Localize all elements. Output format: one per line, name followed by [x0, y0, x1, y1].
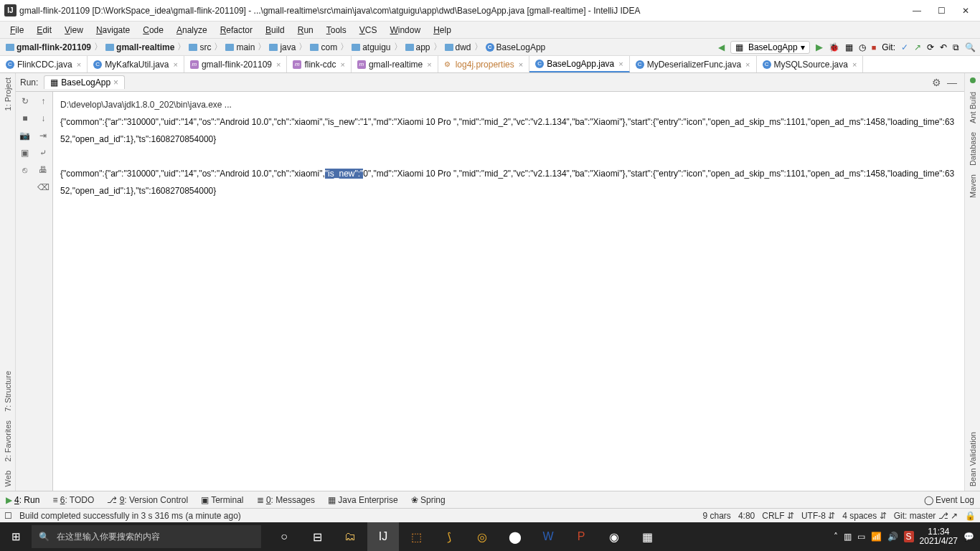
breadcrumb-src[interactable]: src: [187, 42, 212, 52]
close-tab-icon[interactable]: ×: [745, 60, 750, 69]
clock[interactable]: 11:34 2021/4/27: [920, 527, 958, 546]
breadcrumb-atguigu[interactable]: atguigu: [350, 42, 392, 52]
menu-window[interactable]: Window: [384, 24, 426, 37]
menu-refactor[interactable]: Refactor: [215, 24, 258, 37]
run-toolwindow-button[interactable]: ▶4: Run: [6, 495, 39, 505]
favorites-toolwindow-button[interactable]: 2: Favorites: [4, 416, 12, 466]
editor-tab-gmall-flink-201109[interactable]: mgmall-flink-201109×: [184, 56, 288, 72]
web-toolwindow-button[interactable]: Web: [4, 466, 12, 491]
build-icon[interactable]: ◀: [718, 42, 725, 52]
spring-toolwindow-button[interactable]: ❀ Spring: [411, 495, 446, 505]
breadcrumb-main[interactable]: main: [224, 42, 256, 52]
menu-file[interactable]: File: [4, 24, 29, 37]
event-log-button[interactable]: ◯ Event Log: [924, 495, 974, 505]
hide-icon[interactable]: —: [944, 77, 960, 88]
search-icon[interactable]: ⧉: [953, 42, 959, 52]
vcs-toolwindow-button[interactable]: ⎇ 9: Version Control: [107, 495, 188, 505]
layout-button[interactable]: ▣: [19, 146, 32, 159]
vcs-history-icon[interactable]: ⟳: [927, 42, 934, 52]
sublime-icon[interactable]: ⟆: [433, 522, 465, 551]
wifi-icon[interactable]: 📶: [871, 532, 882, 542]
maven-toolwindow-button[interactable]: Maven: [969, 170, 977, 202]
word-icon[interactable]: W: [532, 522, 564, 551]
close-tab-icon[interactable]: ×: [340, 60, 344, 69]
menu-tools[interactable]: Tools: [321, 24, 352, 37]
debug-button[interactable]: 🐞: [829, 42, 839, 52]
battery-icon[interactable]: ▭: [857, 532, 865, 542]
print-icon[interactable]: 🖶: [37, 164, 50, 176]
close-tab-icon[interactable]: ×: [427, 60, 431, 69]
editor-tab-log4j-properties[interactable]: ⚙log4j.properties×: [438, 56, 530, 72]
database-toolwindow-button[interactable]: Database: [969, 128, 977, 170]
breadcrumb-gmall-flink-201109[interactable]: gmall-flink-201109: [4, 42, 93, 52]
menu-code[interactable]: Code: [137, 24, 169, 37]
menu-vcs[interactable]: VCS: [354, 24, 383, 37]
explorer-icon[interactable]: 🗂: [334, 522, 366, 551]
breadcrumb-baselogapp[interactable]: CBaseLogApp: [484, 42, 547, 52]
close-tab-icon[interactable]: ×: [174, 60, 178, 69]
structure-toolwindow-button[interactable]: 7: Structure: [4, 367, 12, 416]
inspection-indicator[interactable]: [970, 77, 976, 83]
close-button[interactable]: ✕: [958, 4, 973, 18]
taskview-icon[interactable]: ○: [268, 522, 300, 551]
coverage-button[interactable]: ▦: [845, 42, 853, 52]
taskbar-search[interactable]: 🔍 在这里输入你要搜索的内容: [32, 525, 261, 548]
menu-run[interactable]: Run: [292, 24, 319, 37]
vcs-revert-icon[interactable]: ↶: [940, 42, 947, 52]
bean-validation-toolwindow-button[interactable]: Bean Validation: [969, 428, 977, 491]
caret-position[interactable]: 4:80: [738, 511, 755, 521]
breadcrumb-java[interactable]: java: [268, 42, 297, 52]
console-output[interactable]: D:\develop\Java\jdk1.8.0_202\bin\java.ex…: [53, 92, 964, 491]
find-icon[interactable]: 🔍: [965, 42, 976, 52]
volume-icon[interactable]: 🔊: [887, 532, 898, 542]
editor-tab-mykafkautil-java[interactable]: CMyKafkaUtil.java×: [88, 56, 184, 72]
messages-toolwindow-button[interactable]: ≣ 0: Messages: [257, 495, 315, 505]
vcs-update-icon[interactable]: ✓: [901, 42, 908, 52]
line-separator[interactable]: CRLF ⇵: [762, 511, 794, 521]
menu-help[interactable]: Help: [428, 24, 457, 37]
network-icon[interactable]: ▥: [844, 532, 852, 542]
trash-icon[interactable]: ⌫: [37, 181, 50, 194]
todo-toolwindow-button[interactable]: ≡ 6: TODO: [52, 495, 94, 505]
run-button[interactable]: ▶: [816, 42, 823, 52]
close-icon[interactable]: ×: [113, 77, 118, 88]
status-icon[interactable]: ☐: [4, 511, 12, 521]
maximize-button[interactable]: ☐: [934, 4, 948, 18]
project-toolwindow-button[interactable]: 1: Project: [4, 73, 12, 115]
gear-icon[interactable]: ⚙: [929, 77, 944, 88]
ime-icon[interactable]: S: [904, 531, 914, 542]
close-tab-icon[interactable]: ×: [618, 60, 623, 68]
lock-icon[interactable]: 🔒: [965, 511, 976, 521]
start-button[interactable]: ⊞: [0, 522, 32, 551]
breadcrumb-gmall-realtime[interactable]: gmall-realtime: [104, 42, 176, 52]
vcs-commit-icon[interactable]: ↗: [914, 42, 921, 52]
menu-analyze[interactable]: Analyze: [171, 24, 213, 37]
breadcrumb-dwd[interactable]: dwd: [443, 42, 473, 52]
softwrap-icon[interactable]: ⤶: [37, 146, 50, 159]
minimize-button[interactable]: —: [910, 4, 924, 18]
close-tab-icon[interactable]: ×: [519, 60, 523, 69]
menu-view[interactable]: View: [59, 24, 89, 37]
xshell-icon[interactable]: ⬤: [499, 522, 531, 551]
editor-tab-baselogapp-java[interactable]: CBaseLogApp.java×: [529, 56, 630, 72]
menu-navigate[interactable]: Navigate: [90, 24, 136, 37]
run-config-selector[interactable]: ▦ BaseLogApp ▾: [730, 41, 810, 54]
stop-button[interactable]: ■: [872, 43, 877, 52]
stop-run-button[interactable]: ■: [19, 112, 32, 125]
intellij-icon[interactable]: IJ: [367, 522, 399, 551]
editor-tab-mysqlsource-java[interactable]: CMySQLSource.java×: [757, 56, 864, 72]
chrome-icon[interactable]: ◉: [598, 522, 630, 551]
java-enterprise-toolwindow-button[interactable]: ▦ Java Enterprise: [328, 495, 398, 505]
cortana-icon[interactable]: ⊟: [301, 522, 333, 551]
editor-tab-gmall-realtime[interactable]: mgmall-realtime×: [352, 56, 438, 72]
menu-build[interactable]: Build: [260, 24, 291, 37]
indent-info[interactable]: 4 spaces ⇵: [842, 511, 886, 521]
rerun-button[interactable]: ↻: [19, 95, 32, 108]
editor-tab-flink-cdc[interactable]: mflink-cdc×: [287, 56, 351, 72]
close-tab-icon[interactable]: ×: [852, 60, 857, 69]
notifications-icon[interactable]: 💬: [963, 532, 974, 542]
editor-tab-flinkcdc-java[interactable]: CFlinkCDC.java×: [0, 56, 88, 72]
tray-chevron-icon[interactable]: ˄: [834, 532, 838, 542]
vm-icon[interactable]: ⬚: [400, 522, 432, 551]
edge-icon[interactable]: ◎: [466, 522, 498, 551]
